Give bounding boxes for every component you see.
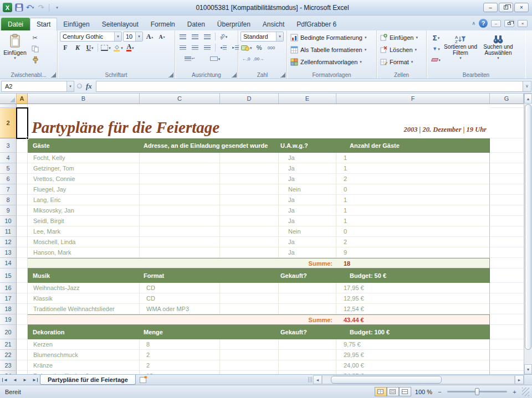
- cell-B3[interactable]: Gäste: [28, 138, 140, 153]
- column-header-E[interactable]: E: [279, 94, 336, 104]
- cell-G10[interactable]: [490, 216, 524, 226]
- font-name-select[interactable]: Century Gothic▾: [60, 32, 122, 42]
- cell-D4[interactable]: [220, 153, 279, 163]
- cell-E6[interactable]: Ja: [279, 174, 336, 184]
- align-middle-button[interactable]: [190, 32, 201, 42]
- row-header-22[interactable]: 22: [0, 350, 17, 360]
- row-header-23[interactable]: 23: [0, 360, 17, 371]
- cell-F3[interactable]: Anzahl der Gäste: [336, 138, 490, 153]
- row-header-21[interactable]: 21: [0, 339, 17, 350]
- cell-A10[interactable]: [17, 216, 28, 226]
- shrink-font-button[interactable]: A▾: [156, 32, 167, 42]
- ribbon-tab-überprüfen[interactable]: Überprüfen: [211, 18, 257, 30]
- cell-E18[interactable]: [279, 304, 336, 314]
- insert-worksheet-button[interactable]: [136, 375, 150, 385]
- cell-G4[interactable]: [490, 153, 524, 163]
- cell-B1[interactable]: [28, 104, 490, 108]
- dialog-launcher-icon[interactable]: [280, 73, 285, 77]
- cell-F11[interactable]: 0: [336, 226, 490, 237]
- cell-A4[interactable]: [17, 153, 28, 163]
- cell-C23[interactable]: 2: [140, 360, 220, 371]
- namebox-resize-knob[interactable]: [77, 84, 82, 89]
- cell-A14[interactable]: [17, 258, 28, 268]
- insert-function-button[interactable]: fx: [86, 82, 92, 91]
- row-header-1[interactable]: [0, 104, 17, 108]
- cell-F18[interactable]: 12,54 €: [336, 304, 490, 314]
- cell-A5[interactable]: [17, 163, 28, 174]
- cell-G6[interactable]: [490, 174, 524, 184]
- cell-B11[interactable]: Lee, Mark: [28, 226, 140, 237]
- dialog-launcher-icon[interactable]: [168, 73, 173, 77]
- ribbon-tab-start[interactable]: Start: [30, 18, 57, 30]
- cell-B7[interactable]: Fluegel, Jay: [28, 184, 140, 195]
- minimize-ribbon-icon[interactable]: ∧: [472, 20, 475, 26]
- percent-format-button[interactable]: %: [254, 43, 265, 53]
- expand-formula-bar-button[interactable]: ∨: [523, 81, 531, 92]
- cell-F22[interactable]: 29,95 €: [336, 350, 490, 360]
- cell-F6[interactable]: 2: [336, 174, 490, 184]
- cell-E12[interactable]: Ja: [279, 237, 336, 247]
- cell-C10[interactable]: [140, 216, 220, 226]
- align-top-button[interactable]: [177, 32, 188, 42]
- cell-C15[interactable]: Format: [140, 268, 279, 283]
- cell-C6[interactable]: [140, 174, 220, 184]
- cell-A13[interactable]: [17, 247, 28, 258]
- decrease-indent-button[interactable]: ◂: [218, 43, 229, 53]
- cell-B19[interactable]: [28, 314, 279, 325]
- undo-button[interactable]: ↶▾: [25, 3, 34, 13]
- cell-B12[interactable]: Moschell, Linda: [28, 237, 140, 247]
- conditional-formatting-button[interactable]: Bedingte Formatierung ▾: [287, 30, 376, 43]
- sheet-tab-partyplaene[interactable]: Partypläne für die Feiertage: [40, 375, 136, 385]
- cell-E5[interactable]: Ja: [279, 163, 336, 174]
- font-size-select[interactable]: 10▾: [123, 32, 143, 42]
- cell-C12[interactable]: [140, 237, 220, 247]
- cell-F13[interactable]: 9: [336, 247, 490, 258]
- cell-B17[interactable]: Klassik: [28, 293, 140, 304]
- cell-A15[interactable]: [17, 268, 28, 283]
- cell-B9[interactable]: Miksovsky, Jan: [28, 205, 140, 216]
- align-left-button[interactable]: [177, 43, 188, 53]
- next-sheet-button[interactable]: ►: [20, 375, 30, 385]
- cell-F10[interactable]: 1: [336, 216, 490, 226]
- row-header-3[interactable]: 3: [0, 138, 17, 153]
- cell-C20[interactable]: Menge: [140, 325, 279, 339]
- cell-C7[interactable]: [140, 184, 220, 195]
- autosum-button[interactable]: Σ▾: [431, 33, 442, 43]
- cut-button[interactable]: ✂: [29, 33, 40, 43]
- cell-A3[interactable]: [17, 138, 28, 153]
- cell-F16[interactable]: 17,95 €: [336, 283, 490, 293]
- cell-G18[interactable]: [490, 304, 524, 314]
- cell-G11[interactable]: [490, 226, 524, 237]
- cell-A6[interactable]: [17, 174, 28, 184]
- cell-F23[interactable]: 24,00 €: [336, 360, 490, 371]
- cell-E19[interactable]: Summe:: [279, 314, 336, 325]
- cell-F8[interactable]: 1: [336, 195, 490, 205]
- cell-A19[interactable]: [17, 314, 28, 325]
- delete-cells-button[interactable]: Löschen ▾: [377, 43, 426, 55]
- cell-G16[interactable]: [490, 283, 524, 293]
- cell-B18[interactable]: Traditionelle Weihnachtslieder: [28, 304, 140, 314]
- workbook-close-button[interactable]: ×: [518, 20, 528, 27]
- cell-A16[interactable]: [17, 283, 28, 293]
- last-sheet-button[interactable]: ►: [30, 375, 40, 385]
- cell-G22[interactable]: [490, 350, 524, 360]
- cell-D11[interactable]: [220, 226, 279, 237]
- cell-C3[interactable]: Adresse, an die Einladung gesendet wurde: [140, 138, 279, 153]
- cell-D10[interactable]: [220, 216, 279, 226]
- align-bottom-button[interactable]: [202, 32, 213, 42]
- row-header-15[interactable]: 15: [0, 268, 17, 283]
- cell-F17[interactable]: 12,95 €: [336, 293, 490, 304]
- cell-B22[interactable]: Blumenschmuck: [28, 350, 140, 360]
- row-header-13[interactable]: 13: [0, 247, 17, 258]
- horizontal-scroll-thumb[interactable]: [331, 376, 442, 384]
- cell-G17[interactable]: [490, 293, 524, 304]
- column-header-C[interactable]: C: [140, 94, 220, 104]
- cell-G5[interactable]: [490, 163, 524, 174]
- format-as-table-button[interactable]: Als Tabelle formatieren ▾: [287, 43, 376, 55]
- cell-styles-button[interactable]: Zellenformatvorlagen ▾: [287, 55, 376, 67]
- scroll-right-button[interactable]: ►: [515, 375, 524, 384]
- ribbon-tab-ansicht[interactable]: Ansicht: [257, 18, 290, 30]
- redo-button[interactable]: ↷: [37, 3, 45, 13]
- copy-button[interactable]: [29, 44, 40, 54]
- cell-G1[interactable]: [490, 104, 524, 108]
